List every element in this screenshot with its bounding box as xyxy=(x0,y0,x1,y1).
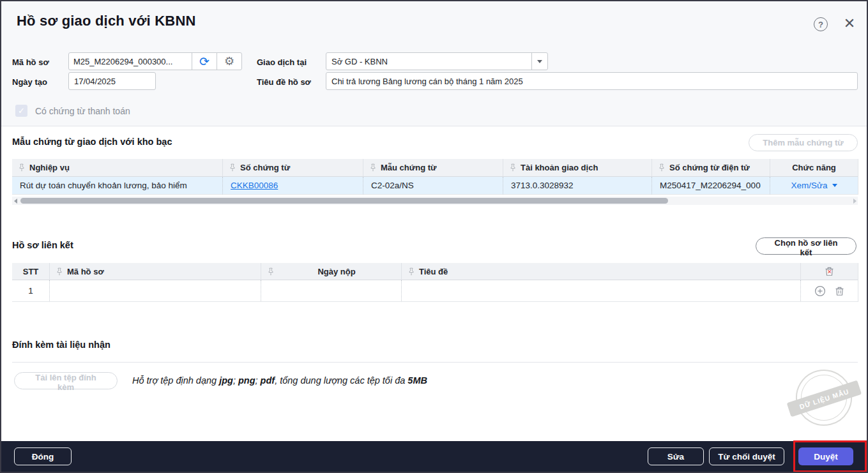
form-area: Hồ sơ giao dịch với KBNN ? ✕ Mã hồ sơ ⟳ … xyxy=(1,1,867,126)
cell-so-chung-tu-dien-tu: M250417_M2206294_000 xyxy=(652,177,770,195)
ma-ho-so-label: Mã hồ sơ xyxy=(12,57,49,67)
refresh-button[interactable]: ⟳ xyxy=(192,52,217,70)
scroll-right-icon[interactable] xyxy=(853,199,857,204)
cell-chuc-nang: Xem/Sửa xyxy=(770,177,858,195)
ma-ho-so-input[interactable] xyxy=(68,52,192,70)
so-chung-tu-link[interactable]: CKKB00086 xyxy=(231,181,278,190)
pin-icon[interactable] xyxy=(510,163,516,172)
sua-button[interactable]: Sửa xyxy=(648,447,704,465)
cell-mau-chung-tu: C2-02a/NS xyxy=(363,177,503,195)
chung-tu-section-title: Mẫu chứng từ giao dịch với kho bạc xyxy=(12,137,172,147)
help-icon[interactable]: ? xyxy=(814,17,828,31)
refresh-icon: ⟳ xyxy=(199,56,209,68)
column-header-ngay-nop: Ngày nộp xyxy=(261,263,402,280)
co-chung-tu-checkbox: ✓ xyxy=(15,105,27,117)
chevron-down-icon xyxy=(537,60,542,63)
scrollbar-thumb[interactable] xyxy=(20,198,668,204)
column-header-actions: ✕ xyxy=(801,263,858,280)
duyet-button[interactable]: Duyệt xyxy=(798,447,853,465)
page-title: Hồ sơ giao dịch với KBNN xyxy=(17,13,196,29)
column-header-so-chung-tu-dien-tu: Số chứng từ điện tử xyxy=(652,159,770,177)
giao-dich-tai-label: Giao dịch tại xyxy=(257,57,307,67)
pin-icon[interactable] xyxy=(408,267,415,276)
ngay-tao-input[interactable] xyxy=(68,72,156,90)
column-header-tieu-de: Tiêu đề xyxy=(402,263,801,280)
section-divider xyxy=(12,362,858,363)
column-header-mau-chung-tu: Mẫu chứng từ xyxy=(363,159,503,177)
giao-dich-tai-value: Sở GD - KBNN xyxy=(326,57,531,66)
attach-section-title: Đính kèm tài liệu nhận xyxy=(12,340,110,350)
column-header-so-chung-tu: Số chứng từ xyxy=(223,159,363,177)
pin-icon[interactable] xyxy=(19,163,25,172)
cell-so-chung-tu: CKKB00086 xyxy=(223,177,363,195)
tieu-de-label: Tiêu đề hồ sơ xyxy=(257,77,311,87)
scroll-left-icon[interactable] xyxy=(14,199,17,204)
settings-button[interactable]: ⚙ xyxy=(217,52,242,70)
cell-stt: 1 xyxy=(12,280,50,302)
dong-button[interactable]: Đóng xyxy=(14,447,72,465)
pin-icon[interactable] xyxy=(229,163,236,172)
chon-ho-so-lien-ket-button[interactable]: Chọn hồ sơ liên kết xyxy=(756,237,857,255)
column-header-stt: STT xyxy=(12,263,50,280)
attach-help-text: Hỗ trợ tệp định dạng jpg; png; pdf, tổng… xyxy=(132,375,427,386)
lien-ket-section-title: Hồ sơ liên kết xyxy=(12,240,73,250)
pin-icon[interactable] xyxy=(659,163,665,172)
chung-tu-table: Nghiệp vụ Số chứng từ Mẫu chứng từ Tài k… xyxy=(12,159,858,195)
co-chung-tu-checkbox-label: Có chứng từ thanh toán xyxy=(35,106,130,116)
co-chung-tu-checkbox-row: ✓ Có chứng từ thanh toán xyxy=(15,105,130,117)
add-row-icon[interactable] xyxy=(814,285,826,297)
delete-all-icon[interactable]: ✕ xyxy=(825,266,834,276)
gear-icon: ⚙ xyxy=(224,56,234,67)
tai-len-tep-button: Tải lên tệp đính kèm xyxy=(14,372,118,389)
lien-ket-table: STT Mã hồ sơ Ngày nộp Tiêu đề ✕ 1 xyxy=(12,263,858,302)
ma-ho-so-group: ⟳ ⚙ xyxy=(68,52,242,70)
dropdown-arrow-button[interactable] xyxy=(531,53,547,70)
cell-ma-ho-so xyxy=(50,280,261,302)
them-mau-chung-tu-button: Thêm mẫu chứng từ xyxy=(749,134,858,151)
xem-sua-action[interactable]: Xem/Sửa xyxy=(791,181,837,190)
horizontal-scrollbar[interactable] xyxy=(12,197,858,205)
column-header-nghiep-vu: Nghiệp vụ xyxy=(12,159,223,177)
column-header-ma-ho-so: Mã hồ sơ xyxy=(50,263,261,280)
pin-icon[interactable] xyxy=(56,267,63,276)
ho-so-giao-dich-dialog: Hồ sơ giao dịch với KBNN ? ✕ Mã hồ sơ ⟳ … xyxy=(0,0,868,473)
cell-tieu-de xyxy=(402,280,801,302)
cell-row-actions xyxy=(801,280,858,302)
delete-row-icon[interactable] xyxy=(835,286,844,296)
column-header-tai-khoan-giao-dich: Tài khoản giao dịch xyxy=(503,159,652,177)
column-header-chuc-nang: Chức năng xyxy=(770,159,858,177)
pin-icon[interactable] xyxy=(370,163,376,172)
cell-ngay-nop xyxy=(261,280,402,302)
tieu-de-input[interactable] xyxy=(326,72,858,90)
giao-dich-tai-select[interactable]: Sở GD - KBNN xyxy=(326,52,548,70)
close-icon[interactable]: ✕ xyxy=(842,16,857,31)
tu-choi-duyet-button[interactable]: Từ chối duyệt xyxy=(709,447,784,465)
footer-bar: Đóng Sửa Từ chối duyệt Duyệt xyxy=(1,441,867,472)
cell-nghiep-vu: Rút dự toán chuyển khoản lương, bảo hiểm xyxy=(12,177,223,195)
ngay-tao-label: Ngày tạo xyxy=(12,77,47,87)
pin-icon[interactable] xyxy=(268,267,274,276)
cell-tai-khoan-giao-dich: 3713.0.3028932 xyxy=(503,177,652,195)
sample-data-watermark: DỮ LIỆU MẪU xyxy=(790,364,858,432)
chevron-down-icon xyxy=(832,184,837,187)
